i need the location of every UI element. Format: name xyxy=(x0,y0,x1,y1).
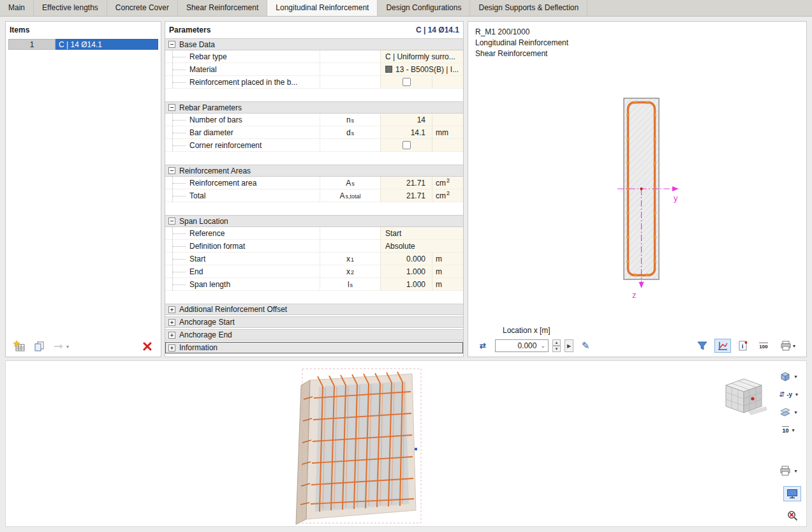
delete-item-button[interactable] xyxy=(139,339,156,353)
view-selector-button[interactable]: ▾ xyxy=(776,369,801,384)
chevron-down-icon[interactable]: ▾ xyxy=(795,392,798,397)
param-row-end[interactable]: End x2 1.000 m xyxy=(165,265,463,278)
expand-icon[interactable] xyxy=(168,306,175,313)
param-row-start[interactable]: Start x1 0.000 m xyxy=(165,253,463,265)
tab-shear-reinforcement[interactable]: Shear Reinforcement xyxy=(178,0,267,16)
info-button[interactable]: i xyxy=(735,339,751,353)
param-row-reinforcement-placed[interactable]: Reinforcement placed in the b... xyxy=(165,76,463,89)
param-label: Reference xyxy=(165,227,320,239)
definition-format-value[interactable]: Absolute xyxy=(380,240,463,252)
location-x-value[interactable]: 0.000 xyxy=(498,341,536,350)
sync-values-button[interactable]: ⇄ xyxy=(475,339,491,353)
print-3d-button[interactable]: ▾ xyxy=(776,463,801,478)
tab-effective-lengths[interactable]: Effective lengths xyxy=(34,0,107,16)
group-label: Additional Reinforcement Offset xyxy=(179,305,287,314)
bar-diameter-value[interactable]: 14.1 xyxy=(380,126,432,138)
param-row-corner-reinforcement[interactable]: Corner reinforcement xyxy=(165,139,463,152)
items-table: 1 C | 14 Ø14.1 xyxy=(8,39,158,50)
diagram-axes-icon xyxy=(718,341,728,351)
item-label-cell[interactable]: C | 14 Ø14.1 xyxy=(55,39,158,50)
render-mode-button[interactable] xyxy=(783,486,801,501)
location-spinner: ▲ ▼ xyxy=(552,339,561,352)
zoom-cancel-button[interactable] xyxy=(783,508,801,523)
param-row-number-of-bars[interactable]: Number of bars ns 14 xyxy=(165,114,463,126)
group-label: Base Data xyxy=(179,40,215,49)
param-row-definition-format[interactable]: Definition format Absolute xyxy=(165,240,463,253)
tab-main[interactable]: Main xyxy=(0,0,34,16)
param-row-reference[interactable]: Reference Start xyxy=(165,227,463,240)
section-planes-button[interactable]: ▾ xyxy=(776,404,801,420)
selection-handle[interactable] xyxy=(415,448,417,450)
param-label: Material xyxy=(165,63,320,75)
cross-section-drawing[interactable]: y z xyxy=(468,22,806,321)
collapse-icon[interactable] xyxy=(168,167,175,174)
module-tab-bar: Main Effective lengths Concrete Cover Sh… xyxy=(0,0,812,17)
material-color-swatch xyxy=(385,66,392,73)
group-reinforcement-areas[interactable]: Reinforcement Areas xyxy=(165,165,463,177)
tab-concrete-cover[interactable]: Concrete Cover xyxy=(107,0,178,16)
tab-design-configurations[interactable]: Design Configurations xyxy=(378,0,470,16)
model-3d-drawing[interactable] xyxy=(291,366,457,527)
diagram-toggle-button[interactable] xyxy=(714,339,731,353)
grid-spacing-button[interactable]: 10 ▾ xyxy=(776,422,801,438)
chevron-down-icon[interactable]: ▾ xyxy=(793,343,795,349)
copy-item-button[interactable] xyxy=(31,339,47,353)
new-item-button[interactable] xyxy=(11,339,27,353)
reference-value[interactable]: Start xyxy=(380,227,463,239)
group-label: Span Location xyxy=(179,217,228,226)
number-of-bars-value[interactable]: 14 xyxy=(380,114,432,126)
edit-location-button[interactable]: ✎ xyxy=(577,339,594,353)
items-panel: Items 1 C | 14 Ø14.1 ▾ xyxy=(5,21,161,357)
location-x-input[interactable]: 0.000 ⌄ xyxy=(495,339,549,352)
spin-down-button[interactable]: ▼ xyxy=(552,346,561,352)
corner-reinforcement-checkbox[interactable] xyxy=(402,141,411,149)
axis-y-label: y xyxy=(674,193,678,203)
start-value[interactable]: 0.000 xyxy=(380,253,432,265)
tab-design-supports-deflection[interactable]: Design Supports & Deflection xyxy=(470,0,587,16)
end-value[interactable]: 1.000 xyxy=(380,265,432,277)
material-value[interactable]: 13 - B500S(B) | I... xyxy=(380,63,463,75)
group-span-location[interactable]: Span Location xyxy=(165,215,463,227)
total-area-value: 21.71 xyxy=(380,189,432,202)
view-direction-button[interactable]: ⇵ -y ▾ xyxy=(776,387,801,402)
chevron-down-icon[interactable]: ▾ xyxy=(792,427,795,433)
view-direction-label: -y xyxy=(786,391,792,398)
group-rebar-parameters[interactable]: Rebar Parameters xyxy=(165,101,463,114)
span-length-value: 1.000 xyxy=(380,278,432,290)
group-anchorage-start[interactable]: Anchorage Start xyxy=(165,316,463,328)
param-row-material[interactable]: Material 13 - B500S(B) | I... xyxy=(165,63,463,76)
group-additional-reinforcement-offset[interactable]: Additional Reinforcement Offset xyxy=(165,304,463,315)
items-row-selected[interactable]: 1 C | 14 Ø14.1 xyxy=(8,39,158,50)
chevron-down-icon[interactable]: ▾ xyxy=(794,410,797,415)
chevron-down-icon[interactable]: ⌄ xyxy=(540,343,545,349)
group-base-data[interactable]: Base Data xyxy=(165,38,463,50)
expand-icon[interactable] xyxy=(168,344,175,351)
print-button[interactable]: ▾ xyxy=(776,339,800,353)
chevron-down-icon[interactable]: ▾ xyxy=(794,374,797,380)
param-row-span-length[interactable]: Span length ls 1.000 m xyxy=(165,278,463,291)
location-step-button[interactable]: ▶ xyxy=(565,339,573,352)
item-number-cell[interactable]: 1 xyxy=(8,39,55,50)
filter-button[interactable] xyxy=(694,339,711,353)
scale-100-button[interactable]: 100 xyxy=(755,339,772,353)
parameters-header-value: C | 14 Ø14.1 xyxy=(416,26,459,34)
param-row-rebar-type[interactable]: Rebar type C | Uniformly surro... xyxy=(165,50,463,63)
chevron-down-icon[interactable]: ▾ xyxy=(794,468,797,474)
spin-up-button[interactable]: ▲ xyxy=(552,339,561,346)
param-row-total-area[interactable]: Total As,total 21.71 cm2 xyxy=(165,189,463,202)
tab-longitudinal-reinforcement[interactable]: Longitudinal Reinforcement xyxy=(267,0,378,16)
collapse-icon[interactable] xyxy=(168,218,175,225)
pencil-icon: ✎ xyxy=(582,340,590,351)
rebar-type-value[interactable]: C | Uniformly surro... xyxy=(380,50,463,63)
navigation-cube[interactable] xyxy=(719,376,769,417)
group-anchorage-end[interactable]: Anchorage End xyxy=(165,329,463,341)
param-row-bar-diameter[interactable]: Bar diameter ds 14.1 mm xyxy=(165,126,463,139)
param-row-reinforcement-area[interactable]: Reinforcement area As 21.71 cm2 xyxy=(165,177,463,189)
reinforcement-placed-checkbox[interactable] xyxy=(402,78,411,86)
group-information[interactable]: Information xyxy=(165,342,463,353)
model-3d-panel[interactable]: ▾ ⇵ -y ▾ ▾ 10 ▾ ▾ xyxy=(5,360,807,527)
collapse-icon[interactable] xyxy=(168,104,175,111)
expand-icon[interactable] xyxy=(168,319,175,326)
expand-icon[interactable] xyxy=(168,332,175,339)
collapse-icon[interactable] xyxy=(168,41,175,48)
